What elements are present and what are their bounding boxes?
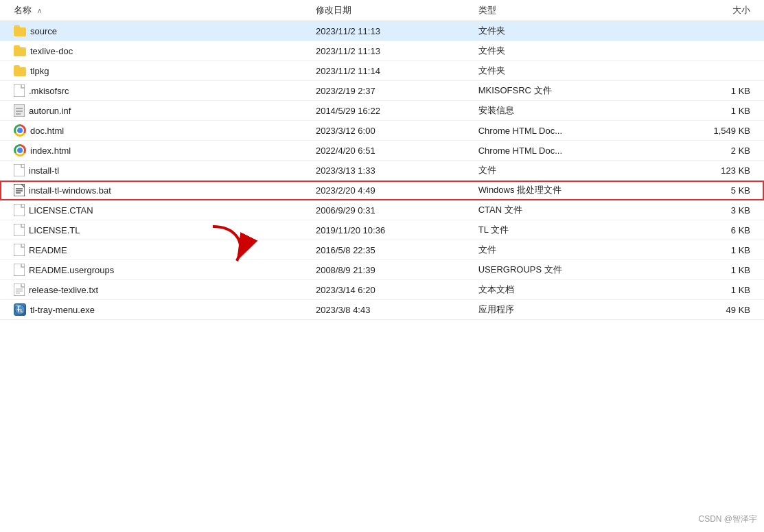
file-icon: [14, 84, 25, 97]
file-name-cell: install-tl: [0, 161, 309, 181]
table-row[interactable]: LICENSE.CTAN2006/9/29 0:31CTAN 文件3 KB: [0, 200, 764, 220]
table-row[interactable]: LICENSE.TL2019/11/20 10:36TL 文件6 KB: [0, 220, 764, 240]
col-header-size[interactable]: 大小: [667, 0, 764, 21]
file-size: 123 KB: [667, 161, 764, 181]
file-table: 名称 ∧ 修改日期 类型 大小 source2023/11/2 11:13文件夹…: [0, 0, 764, 320]
svg-rect-11: [14, 224, 25, 236]
file-name-content: install-tl-windows.bat: [14, 184, 302, 196]
file-name-label: texlive-doc: [30, 46, 73, 56]
file-date: 2016/5/8 22:35: [309, 240, 472, 260]
file-date: 2023/2/20 4:49: [309, 181, 472, 200]
file-name-cell: source: [0, 21, 309, 41]
file-date: 2022/4/20 6:51: [309, 141, 472, 161]
file-type: Windows 批处理文件: [472, 181, 667, 200]
table-row[interactable]: install-tl2023/3/13 1:33文件123 KB: [0, 161, 764, 181]
file-date: 2023/3/13 1:33: [309, 161, 472, 181]
file-name-content: README: [14, 244, 302, 256]
file-date: 2023/3/14 6:20: [309, 280, 472, 300]
file-name-label: .mkisofsrc: [29, 86, 69, 96]
file-size: 49 KB: [667, 300, 764, 320]
file-date: 2023/11/2 11:14: [309, 61, 472, 81]
file-name-cell: TL tl-tray-menu.exe: [0, 300, 309, 320]
table-row[interactable]: index.html2022/4/20 6:51Chrome HTML Doc.…: [0, 141, 764, 161]
file-icon: [14, 264, 25, 276]
table-row[interactable]: README.usergroups2008/8/9 21:39USERGROUP…: [0, 260, 764, 280]
file-icon: [14, 164, 25, 176]
file-icon: [14, 244, 25, 256]
table-row[interactable]: doc.html2023/3/12 6:00Chrome HTML Doc...…: [0, 121, 764, 141]
file-date: 2023/2/19 2:37: [309, 81, 472, 101]
chrome-icon: [14, 124, 26, 137]
chrome-icon: [14, 144, 26, 157]
file-type: 文件夹: [472, 21, 667, 41]
table-row[interactable]: TL tl-tray-menu.exe2023/3/8 4:43应用程序49 K…: [0, 300, 764, 320]
file-name-cell: index.html: [0, 141, 309, 161]
svg-rect-13: [14, 264, 25, 276]
file-name-cell: LICENSE.TL: [0, 220, 309, 240]
file-size: 3 KB: [667, 200, 764, 220]
table-row[interactable]: tlpkg2023/11/2 11:14文件夹: [0, 61, 764, 81]
file-name-label: LICENSE.TL: [29, 225, 80, 235]
table-row[interactable]: install-tl-windows.bat2023/2/20 4:49Wind…: [0, 181, 764, 200]
table-row[interactable]: release-texlive.txt2023/3/14 6:20文本文档1 K…: [0, 280, 764, 300]
file-type: 安装信息: [472, 101, 667, 121]
file-name-content: doc.html: [14, 124, 302, 137]
file-name-cell: autorun.inf: [0, 101, 309, 121]
file-name-label: doc.html: [30, 126, 64, 136]
table-row[interactable]: source2023/11/2 11:13文件夹: [0, 21, 764, 41]
file-name-content: README.usergroups: [14, 264, 302, 276]
file-type: Chrome HTML Doc...: [472, 141, 667, 161]
bat-file-icon: [14, 184, 25, 196]
sort-arrow-icon: ∧: [37, 7, 42, 14]
file-name-content: texlive-doc: [14, 45, 302, 56]
file-date: 2019/11/20 10:36: [309, 220, 472, 240]
file-size: 5 KB: [667, 181, 764, 200]
file-name-content: tlpkg: [14, 65, 302, 76]
file-name-cell: doc.html: [0, 121, 309, 141]
tl-tray-icon: TL: [14, 303, 26, 316]
table-row[interactable]: autorun.inf2014/5/29 16:22安装信息1 KB: [0, 101, 764, 121]
folder-icon: [14, 45, 26, 56]
file-name-label: tlpkg: [30, 66, 49, 76]
svg-rect-0: [14, 84, 25, 97]
file-name-label: install-tl-windows.bat: [29, 185, 111, 196]
file-name-label: index.html: [30, 146, 71, 156]
file-name-content: LICENSE.CTAN: [14, 204, 302, 216]
file-date: 2023/3/8 4:43: [309, 300, 472, 320]
file-name-cell: tlpkg: [0, 61, 309, 81]
file-name-cell: README: [0, 240, 309, 260]
file-size: [667, 21, 764, 41]
file-name-label: README: [29, 245, 67, 255]
table-row[interactable]: texlive-doc2023/11/2 11:13文件夹: [0, 41, 764, 61]
col-header-date[interactable]: 修改日期: [309, 0, 472, 21]
svg-rect-3: [16, 111, 23, 112]
file-size: 1 KB: [667, 280, 764, 300]
file-name-content: TL tl-tray-menu.exe: [14, 303, 302, 316]
file-type: 文件: [472, 240, 667, 260]
file-name-content: .mkisofsrc: [14, 84, 302, 97]
watermark: CSDN @智泽宇: [698, 513, 757, 525]
file-type: MKISOFSRC 文件: [472, 81, 667, 101]
file-name-label: source: [30, 26, 57, 36]
file-name-content: LICENSE.TL: [14, 224, 302, 236]
file-type: 文本文档: [472, 280, 667, 300]
file-type: 文件: [472, 161, 667, 181]
file-name-content: install-tl: [14, 164, 302, 176]
file-type: USERGROUPS 文件: [472, 260, 667, 280]
file-name-cell: README.usergroups: [0, 260, 309, 280]
file-name-cell: install-tl-windows.bat: [0, 181, 309, 200]
file-type: 文件夹: [472, 61, 667, 81]
txt-file-icon: [14, 284, 25, 296]
svg-rect-2: [16, 108, 23, 109]
table-row[interactable]: .mkisofsrc2023/2/19 2:37MKISOFSRC 文件1 KB: [0, 81, 764, 101]
col-header-name[interactable]: 名称 ∧: [0, 0, 309, 21]
file-size: 1 KB: [667, 81, 764, 101]
file-type: Chrome HTML Doc...: [472, 121, 667, 141]
file-size: 2 KB: [667, 141, 764, 161]
file-date: 2014/5/29 16:22: [309, 101, 472, 121]
table-row[interactable]: README2016/5/8 22:35文件1 KB: [0, 240, 764, 260]
col-header-type[interactable]: 类型: [472, 0, 667, 21]
file-name-cell: LICENSE.CTAN: [0, 200, 309, 220]
file-name-label: autorun.inf: [29, 106, 71, 116]
file-size: 1 KB: [667, 101, 764, 121]
